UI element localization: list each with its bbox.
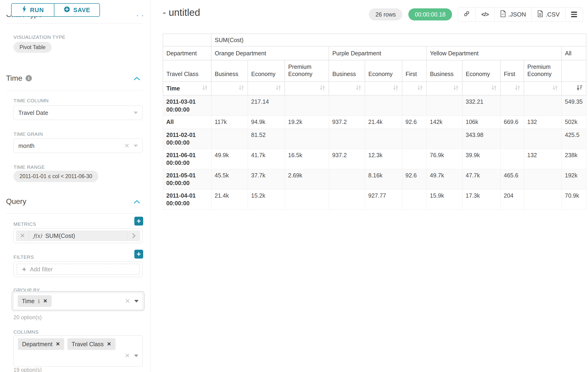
sort-icon[interactable] <box>320 85 325 93</box>
value-cell: 76.9k <box>427 149 462 169</box>
time-grain-select[interactable]: month ✕ <box>13 138 143 153</box>
time-section-heading: Time i <box>6 74 32 83</box>
collapse-time-section-icon[interactable] <box>133 76 140 82</box>
visualization-type-pill[interactable]: Pivot Table <box>13 42 52 53</box>
value-cell <box>500 149 524 169</box>
columns-select[interactable]: Department✕Travel Class✕ ✕ <box>13 335 143 366</box>
remove-tag-icon[interactable]: ✕ <box>43 298 47 304</box>
clear-icon[interactable]: ✕ <box>125 298 130 304</box>
sort-header-cell[interactable] <box>500 82 524 95</box>
divider <box>6 213 143 214</box>
remove-tag-icon[interactable]: ✕ <box>56 341 60 347</box>
value-cell <box>211 95 248 116</box>
embed-code-button[interactable]: </> <box>476 7 494 21</box>
export-csv-button[interactable]: .CSV <box>532 7 566 21</box>
sort-header-cell[interactable] <box>402 82 427 95</box>
value-cell: 117k <box>211 116 248 128</box>
value-cell <box>524 169 561 189</box>
add-filter-plus-button[interactable]: + <box>134 250 143 258</box>
time-column-value: Travel Date <box>18 109 129 116</box>
table-row: 2011-02-01 00:00:0081.52343.98425.5 <box>163 128 586 149</box>
row-header-cell: 2011-06-01 00:00:00 <box>163 149 211 169</box>
value-cell <box>285 128 329 149</box>
chevron-right-icon[interactable] <box>127 230 140 241</box>
clear-icon[interactable]: ✕ <box>125 353 130 359</box>
collapse-query-section-icon[interactable] <box>133 200 140 205</box>
time-sort-header[interactable]: Time <box>163 82 211 95</box>
sort-header-cell[interactable] <box>561 82 586 95</box>
subcolumn-header: Business <box>211 60 248 82</box>
add-metric-button[interactable]: + <box>134 217 143 225</box>
value-cell: 2.69k <box>285 169 329 189</box>
subcolumn-header: Economy <box>248 60 285 82</box>
travel-class-axis-label: Travel Class <box>163 60 211 82</box>
sort-header-cell[interactable] <box>524 82 561 95</box>
sort-icon[interactable] <box>275 85 281 93</box>
group-by-select[interactable]: Timei✕ ✕ <box>12 291 145 311</box>
sort-icon[interactable] <box>514 85 520 93</box>
query-section-heading: Query <box>6 197 26 206</box>
value-cell <box>402 128 427 149</box>
save-button[interactable]: SAVE <box>54 4 99 16</box>
sort-header-cell[interactable] <box>285 82 329 95</box>
value-cell: 94.9k <box>248 116 285 128</box>
export-json-label: .JSON <box>508 11 526 18</box>
time-column-label: TIME COLUMN <box>13 98 49 104</box>
subcolumn-header: Business <box>329 60 365 82</box>
control-panel-sidebar: Chart Type RUN SAVE VISUALIZATION TYPE P… <box>0 0 151 372</box>
run-button[interactable]: RUN <box>12 4 54 16</box>
sort-icon[interactable] <box>453 85 459 93</box>
copy-link-button[interactable] <box>458 7 476 21</box>
value-cell: 8.16k <box>365 169 402 189</box>
sort-header-cell[interactable] <box>211 82 248 95</box>
panel-drag-handle-dot[interactable] <box>142 15 143 16</box>
value-cell: 19.2k <box>285 116 329 128</box>
time-axis-label: Time <box>166 85 180 92</box>
export-json-button[interactable]: <> .JSON <box>494 7 532 21</box>
row-header-cell: 2011-05-01 00:00:00 <box>163 169 211 189</box>
sort-header-cell[interactable] <box>462 82 500 95</box>
value-cell: 41.7k <box>248 149 285 169</box>
sort-icon[interactable] <box>491 85 497 93</box>
value-cell: 425.5 <box>561 128 586 149</box>
more-menu-button[interactable] <box>566 7 583 21</box>
plus-circle-icon <box>64 6 70 14</box>
add-filter-button[interactable]: + Add filter <box>17 264 140 275</box>
columns-tag[interactable]: Travel Class✕ <box>67 338 115 350</box>
subcolumn-header <box>561 60 586 82</box>
sort-icon[interactable] <box>202 85 208 93</box>
columns-options-hint: 19 option(s) <box>13 367 42 372</box>
value-cell: 106k <box>462 116 500 128</box>
sort-header-cell[interactable] <box>365 82 402 95</box>
time-column-select[interactable]: Travel Date <box>13 106 143 120</box>
columns-tag[interactable]: Department✕ <box>18 338 64 350</box>
value-cell: 92.6 <box>402 116 427 128</box>
sort-icon[interactable] <box>239 85 244 93</box>
time-range-pill[interactable]: 2011-01-01 ≤ col < 2011-06-30 <box>13 171 98 182</box>
sort-header-cell[interactable] <box>329 82 365 95</box>
sort-icon[interactable] <box>552 85 558 93</box>
metrics-label: METRICS <box>13 221 36 227</box>
sort-icon[interactable] <box>356 85 361 93</box>
panel-drag-handle-dot[interactable] <box>137 15 138 16</box>
sort-icon[interactable] <box>417 85 423 93</box>
value-cell: 15.9k <box>427 189 462 210</box>
remove-metric-icon[interactable]: ✕ <box>16 230 29 241</box>
subcolumn-header: Economy <box>365 60 402 82</box>
caret-down-icon <box>134 355 138 357</box>
tag-label: Time <box>22 298 35 305</box>
value-cell: 465.6 <box>500 169 524 189</box>
caret-down-icon <box>134 145 138 147</box>
clear-icon[interactable]: ✕ <box>124 143 129 149</box>
sort-header-cell[interactable] <box>248 82 285 95</box>
column-group-header: Yellow Department <box>427 46 561 60</box>
metric-pill[interactable]: ✕ ƒ(x) SUM(Cost) <box>16 230 140 241</box>
sort-icon[interactable] <box>393 85 399 93</box>
remove-tag-icon[interactable]: ✕ <box>107 341 111 347</box>
sort-desc-icon[interactable] <box>576 85 583 93</box>
value-cell <box>365 95 402 116</box>
bolt-icon <box>22 6 27 14</box>
group-by-tag[interactable]: Timei✕ <box>18 295 52 307</box>
sort-header-cell[interactable] <box>427 82 462 95</box>
chart-title[interactable]: - untitled <box>163 7 200 18</box>
